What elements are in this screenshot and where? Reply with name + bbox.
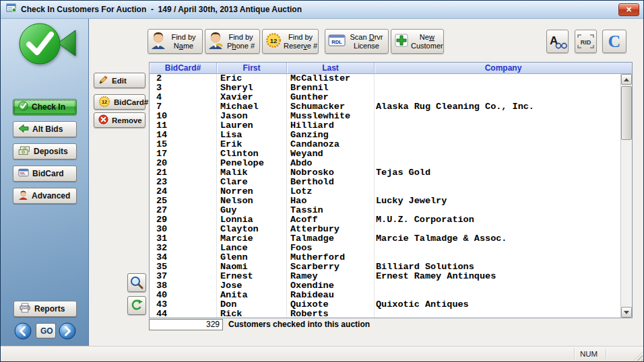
table-cell: Sheryl bbox=[217, 83, 287, 93]
table-row[interactable]: 4XavierGunther bbox=[150, 93, 620, 102]
table-row[interactable]: 23ClareBerthold bbox=[150, 178, 620, 187]
close-button[interactable]: ✕ bbox=[618, 3, 639, 16]
table-row[interactable]: 27GuyTassin bbox=[150, 206, 620, 215]
remove-button[interactable]: Remove bbox=[94, 112, 146, 128]
table-cell bbox=[375, 83, 620, 93]
search-button[interactable] bbox=[127, 273, 146, 292]
sidebar-item-advanced[interactable]: Advanced bbox=[13, 188, 77, 204]
chevron-right-icon bbox=[59, 322, 76, 340]
button-label: Find by Phone # bbox=[225, 33, 257, 50]
table-cell: Mutherford bbox=[287, 253, 375, 262]
table-row[interactable]: 38JoseOxendine bbox=[150, 281, 620, 291]
scroll-up-button[interactable] bbox=[621, 74, 632, 85]
column-header-first[interactable]: First bbox=[217, 63, 287, 73]
titlebar[interactable]: Check In Customers For Auction - 149 / A… bbox=[1, 1, 643, 19]
resize-grip[interactable] bbox=[634, 352, 643, 361]
column-header-company[interactable]: Company bbox=[375, 63, 632, 73]
go-button[interactable]: GO bbox=[36, 323, 56, 338]
table-cell: Nobrosko bbox=[287, 168, 375, 178]
table-row[interactable]: 21MalikNobroskoTejas Gold bbox=[150, 168, 620, 178]
find-by-reserve-button[interactable]: 12 Find by Reserve # bbox=[262, 29, 319, 54]
rdl-card-icon: RDL bbox=[328, 34, 346, 48]
font-find-button[interactable]: A bbox=[546, 30, 569, 53]
table-row[interactable]: 35NaomiScarberryBilliard Solutions bbox=[150, 262, 620, 272]
table-row[interactable]: 15ErikCandanoza bbox=[150, 140, 620, 149]
table-row[interactable]: 20PenelopeAbdo bbox=[150, 159, 620, 168]
edit-button[interactable]: Edit bbox=[94, 73, 146, 88]
table-cell: Billiard Solutions bbox=[375, 262, 620, 272]
table-cell bbox=[375, 178, 620, 187]
table-row[interactable]: 24NorrenLotz bbox=[150, 187, 620, 196]
scrollbar-thumb[interactable] bbox=[621, 86, 632, 140]
table-cell: 32 bbox=[150, 244, 217, 253]
table-row[interactable]: 11LaurenHilliard bbox=[150, 121, 620, 131]
magnifier-icon bbox=[130, 276, 143, 289]
table-cell: Quixote bbox=[287, 300, 375, 310]
refresh-icon bbox=[130, 299, 143, 312]
scan-driver-license-button[interactable]: RDL Scan Drvr License bbox=[325, 29, 389, 54]
table-cell: Guy bbox=[217, 206, 287, 215]
table-cell: Oxendine bbox=[287, 281, 375, 291]
badge-12-icon: 12 bbox=[98, 96, 110, 109]
nav-next-button[interactable] bbox=[59, 322, 76, 340]
column-header-last[interactable]: Last bbox=[287, 63, 375, 73]
person-phone-icon bbox=[208, 32, 223, 51]
sidebar-item-bidcard[interactable]: BidCard bbox=[13, 166, 77, 182]
bidcard-number-button[interactable]: 12 BidCard# bbox=[94, 94, 146, 110]
table-row[interactable]: 14LisaGanzing bbox=[150, 131, 620, 140]
nav-previous-button[interactable] bbox=[14, 322, 32, 340]
table-row[interactable]: 40AnitaRabideau bbox=[150, 291, 620, 300]
table-cell: 4 bbox=[150, 93, 217, 102]
table-row[interactable]: 34GlennMutherford bbox=[150, 253, 620, 262]
new-customer-button[interactable]: New Customer bbox=[391, 29, 444, 54]
table-cell bbox=[375, 225, 620, 234]
table-row[interactable]: 32LanceFoos bbox=[150, 244, 620, 253]
table-cell: Nelson bbox=[217, 196, 287, 206]
table-cell: Eric bbox=[217, 74, 287, 83]
table-cell: Alaska Rug Cleaning Co., Inc. bbox=[375, 102, 620, 112]
app-icon bbox=[6, 3, 17, 16]
svg-text:12: 12 bbox=[102, 99, 107, 104]
table-row[interactable]: 43DonQuixoteQuixotic Antiques bbox=[150, 300, 620, 310]
pencil-icon bbox=[98, 75, 108, 86]
table-cell bbox=[375, 291, 620, 300]
sidebar-item-check-in[interactable]: Check In bbox=[13, 99, 77, 115]
table-row[interactable]: 30ClaytonAtterbury bbox=[150, 225, 620, 234]
c-logo-icon: C bbox=[605, 32, 624, 52]
button-label: Find by Reserve # bbox=[284, 33, 317, 50]
reports-button[interactable]: Reports bbox=[13, 301, 77, 317]
table-row[interactable]: 44RickRoberts bbox=[150, 310, 620, 318]
table-cell bbox=[375, 112, 620, 121]
find-by-phone-button[interactable]: Find by Phone # bbox=[205, 29, 260, 54]
table-row[interactable]: 37ErnestRameyErnest Ramey Antinques bbox=[150, 272, 620, 281]
table-cell: Brennil bbox=[287, 83, 375, 93]
table-cell: Quixotic Antiques bbox=[375, 300, 620, 310]
table-row[interactable]: 17ClintonWeyand bbox=[150, 149, 620, 159]
table-row[interactable]: 31MarcieTalmadgeMarcie Talmadge & Assoc. bbox=[150, 234, 620, 244]
table-row[interactable]: 29LonniaAcoffM.U.Z. Corporation bbox=[150, 215, 620, 225]
rid-scan-button[interactable]: RID bbox=[575, 30, 597, 53]
table-cell: 44 bbox=[150, 310, 217, 318]
find-by-name-button[interactable]: Find by Name bbox=[148, 29, 203, 54]
vertical-scrollbar[interactable] bbox=[620, 74, 632, 318]
table-cell: Clare bbox=[217, 178, 287, 187]
c-logo-button[interactable]: C bbox=[602, 30, 626, 53]
table-row[interactable]: 10JasonMusslewhite bbox=[150, 112, 620, 121]
table-row[interactable]: 2EricMcCallister bbox=[150, 74, 620, 83]
table-cell: Naomi bbox=[217, 262, 287, 272]
sidebar-item-deposits[interactable]: Deposits bbox=[13, 143, 77, 159]
table-cell: Acoff bbox=[287, 215, 375, 225]
table-row[interactable]: 25NelsonHaoLucky Jewelry bbox=[150, 196, 620, 206]
table-cell bbox=[375, 159, 620, 168]
table-row[interactable]: 3SherylBrennil bbox=[150, 83, 620, 93]
sidebar-item-alt-bids[interactable]: Alt Bids bbox=[13, 121, 77, 137]
column-header-bidcard[interactable]: BidCard# bbox=[150, 63, 217, 73]
checked-in-label: Customers checked into this auction bbox=[228, 320, 370, 329]
table-cell bbox=[375, 131, 620, 140]
status-separator bbox=[606, 349, 606, 359]
table-row[interactable]: 7MichaelSchumackerAlaska Rug Cleaning Co… bbox=[150, 102, 620, 112]
table-cell: Anita bbox=[217, 291, 287, 300]
scroll-down-button[interactable] bbox=[621, 307, 632, 318]
refresh-button[interactable] bbox=[127, 296, 146, 315]
table-cell: 15 bbox=[150, 140, 217, 149]
